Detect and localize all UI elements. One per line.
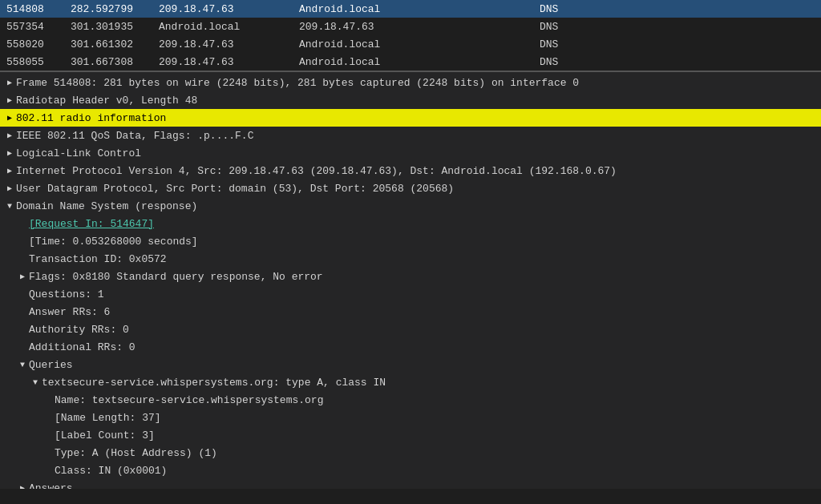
packet-row[interactable]: 557354 301.301935 Android.local 209.18.4… — [0, 18, 821, 35]
detail-text: Answer RRs: 6 — [29, 306, 818, 318]
packet-dst: Android.local — [299, 38, 540, 50]
packet-num: 514808 — [6, 3, 71, 15]
collapse-icon[interactable]: ▼ — [29, 378, 42, 387]
detail-item-dns-authority-rrs[interactable]: Authority RRs: 0 — [0, 321, 821, 338]
detail-item-dns-answer-rrs[interactable]: Answer RRs: 6 — [0, 303, 821, 321]
detail-item-dns-query-type[interactable]: Type: A (Host Address) (1) — [0, 444, 821, 462]
detail-item-dns-query-class[interactable]: Class: IN (0x0001) — [0, 462, 821, 479]
detail-text: Questions: 1 — [29, 288, 818, 300]
packet-list: 514808 282.592799 209.18.47.63 Android.l… — [0, 0, 821, 72]
detail-pane: ▶Frame 514808: 281 bytes on wire (2248 b… — [0, 72, 821, 489]
detail-item-dns-query-labelcount[interactable]: [Label Count: 3] — [0, 426, 821, 444]
no-expand-icon — [42, 449, 55, 458]
no-expand-icon — [16, 255, 29, 264]
detail-text: User Datagram Protocol, Src Port: domain… — [16, 183, 818, 195]
no-expand-icon — [16, 220, 29, 228]
packet-num: 557354 — [6, 21, 71, 33]
detail-text: Frame 514808: 281 bytes on wire (2248 bi… — [16, 77, 818, 89]
detail-item-dns-queries[interactable]: ▼Queries — [0, 356, 821, 373]
expand-icon[interactable]: ▶ — [16, 272, 29, 281]
detail-item-ieee80211[interactable]: ▶IEEE 802.11 QoS Data, Flags: .p....F.C — [0, 127, 821, 144]
detail-item-ip[interactable]: ▶Internet Protocol Version 4, Src: 209.1… — [0, 162, 821, 179]
detail-text: Answers — [29, 482, 818, 490]
expand-icon[interactable]: ▶ — [3, 131, 16, 140]
detail-item-radiotap[interactable]: ▶Radiotap Header v0, Length 48 — [0, 91, 821, 109]
detail-text: Queries — [29, 359, 818, 371]
packet-num: 558055 — [6, 56, 71, 68]
expand-icon[interactable]: ▶ — [3, 183, 16, 193]
expand-icon[interactable]: ▶ — [3, 148, 16, 158]
no-expand-icon — [16, 308, 29, 317]
expand-icon[interactable]: ▶ — [3, 78, 16, 87]
packet-row[interactable]: 558020 301.661302 209.18.47.63 Android.l… — [0, 35, 821, 53]
no-expand-icon — [16, 325, 29, 334]
detail-item-dns[interactable]: ▼Domain Name System (response) — [0, 197, 821, 215]
packet-proto: DNS — [540, 21, 604, 33]
detail-text: Logical-Link Control — [16, 147, 818, 159]
no-expand-icon — [16, 237, 29, 246]
detail-text: Authority RRs: 0 — [29, 324, 818, 336]
no-expand-icon — [16, 343, 29, 352]
detail-link[interactable]: [Request In: 514647] — [29, 218, 818, 230]
detail-text: textsecure-service.whispersystems.org: t… — [42, 377, 818, 389]
collapse-icon[interactable]: ▼ — [16, 361, 29, 369]
no-expand-icon — [42, 413, 55, 422]
detail-item-dns-questions[interactable]: Questions: 1 — [0, 285, 821, 303]
detail-item-udp[interactable]: ▶User Datagram Protocol, Src Port: domai… — [0, 179, 821, 197]
detail-item-frame[interactable]: ▶Frame 514808: 281 bytes on wire (2248 b… — [0, 74, 821, 91]
detail-text: Transaction ID: 0x0572 — [29, 253, 818, 265]
detail-item-radio80211[interactable]: ▶802.11 radio information — [0, 109, 821, 127]
detail-item-dns-txid[interactable]: Transaction ID: 0x0572 — [0, 250, 821, 268]
packet-proto: DNS — [540, 56, 604, 68]
no-expand-icon — [42, 466, 55, 475]
packet-time: 301.301935 — [71, 21, 159, 33]
expand-icon[interactable]: ▶ — [3, 95, 16, 105]
detail-text: Name: textsecure-service.whispersystems.… — [55, 394, 818, 406]
no-expand-icon — [42, 431, 55, 440]
packet-proto: DNS — [540, 38, 604, 50]
packet-row[interactable]: 558055 301.667308 209.18.47.63 Android.l… — [0, 53, 821, 71]
packet-src: 209.18.47.63 — [159, 3, 299, 15]
detail-text: [Name Length: 37] — [55, 412, 818, 424]
detail-item-dns-answers[interactable]: ▶Answers — [0, 479, 821, 489]
detail-text: Type: A (Host Address) (1) — [55, 447, 818, 459]
detail-text: Flags: 0x8180 Standard query response, N… — [29, 271, 818, 283]
detail-text: Radiotap Header v0, Length 48 — [16, 95, 818, 107]
detail-item-dns-query-name[interactable]: Name: textsecure-service.whispersystems.… — [0, 391, 821, 409]
detail-item-llc[interactable]: ▶Logical-Link Control — [0, 144, 821, 162]
detail-item-dns-time[interactable]: [Time: 0.053268000 seconds] — [0, 232, 821, 250]
detail-text: 802.11 radio information — [16, 112, 818, 124]
detail-item-dns-additional-rrs[interactable]: Additional RRs: 0 — [0, 338, 821, 356]
detail-item-dns-query-namelength[interactable]: [Name Length: 37] — [0, 409, 821, 426]
packet-src: Android.local — [159, 21, 299, 33]
detail-text: Class: IN (0x0001) — [55, 465, 818, 477]
detail-item-dns-query-1[interactable]: ▼textsecure-service.whispersystems.org: … — [0, 373, 821, 391]
expand-icon[interactable]: ▶ — [16, 483, 29, 489]
packet-src: 209.18.47.63 — [159, 38, 299, 50]
detail-text: [Time: 0.053268000 seconds] — [29, 236, 818, 248]
packet-time: 301.667308 — [71, 56, 159, 68]
detail-text: [Label Count: 3] — [55, 429, 818, 442]
detail-text: Additional RRs: 0 — [29, 341, 818, 353]
packet-src: 209.18.47.63 — [159, 56, 299, 68]
packet-dst: Android.local — [299, 3, 540, 15]
packet-time: 282.592799 — [71, 3, 159, 15]
collapse-icon[interactable]: ▼ — [3, 202, 16, 211]
packet-dst: Android.local — [299, 56, 540, 68]
packet-time: 301.661302 — [71, 38, 159, 50]
packet-num: 558020 — [6, 38, 71, 50]
packet-row[interactable]: 514808 282.592799 209.18.47.63 Android.l… — [0, 0, 821, 18]
detail-item-dns-flags[interactable]: ▶Flags: 0x8180 Standard query response, … — [0, 268, 821, 285]
packet-proto: DNS — [540, 3, 604, 15]
detail-text: IEEE 802.11 QoS Data, Flags: .p....F.C — [16, 130, 818, 142]
detail-text: Internet Protocol Version 4, Src: 209.18… — [16, 165, 818, 177]
no-expand-icon — [16, 290, 29, 299]
expand-icon[interactable]: ▶ — [3, 166, 16, 175]
expand-icon[interactable]: ▶ — [3, 113, 16, 123]
detail-text: Domain Name System (response) — [16, 200, 818, 212]
no-expand-icon — [42, 396, 55, 405]
packet-dst: 209.18.47.63 — [299, 21, 540, 33]
detail-item-dns-request[interactable]: [Request In: 514647] — [0, 215, 821, 232]
